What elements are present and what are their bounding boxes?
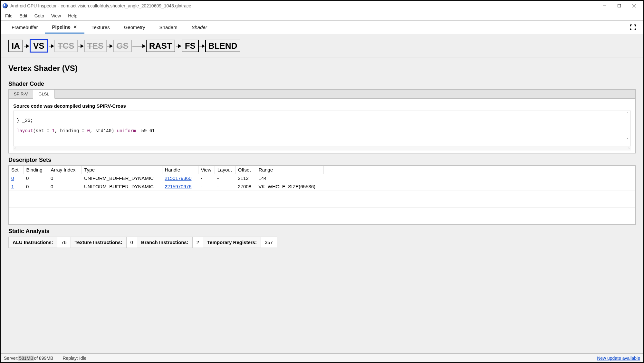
arrow-icon: [78, 46, 83, 46]
cell: UNIFORM_BUFFER_DYNAMIC: [82, 174, 162, 182]
server-label: Server:: [4, 356, 18, 361]
maximize-icon: [617, 4, 621, 8]
table-header-row: Set Binding Array Index Type Handle View…: [9, 166, 635, 174]
tab-label: Framebuffer: [12, 25, 38, 30]
code-token: uniform: [117, 128, 136, 133]
menubar: File Edit Goto View Help: [1, 11, 643, 21]
code-token: 1: [52, 128, 54, 133]
stat-value-temp: 357: [261, 237, 277, 248]
col-binding[interactable]: Binding: [24, 166, 48, 174]
table-row[interactable]: 1 0 0 UNIFORM_BUFFER_DYNAMIC 2215970976 …: [9, 182, 635, 191]
stat-label-branch: Branch Instructions:: [137, 237, 193, 248]
set-link[interactable]: 0: [11, 175, 14, 181]
minimize-button[interactable]: [597, 1, 612, 11]
code-token: (set =: [33, 128, 52, 133]
shader-code-heading: Shader Code: [8, 81, 636, 87]
app-icon: [3, 3, 8, 8]
close-icon: [632, 4, 636, 8]
cell: 0: [24, 174, 48, 182]
code-tab-glsl[interactable]: GLSL: [33, 90, 54, 99]
col-range[interactable]: Range: [256, 166, 323, 174]
descriptor-sets-heading: Descriptor Sets: [8, 157, 636, 163]
set-link[interactable]: 1: [11, 184, 14, 189]
cell: 27008: [235, 182, 256, 191]
handle-link[interactable]: 2150179360: [165, 175, 191, 181]
empty-row: [9, 199, 635, 208]
col-view[interactable]: View: [198, 166, 215, 174]
stage-rast[interactable]: RAST: [146, 40, 175, 52]
titlebar: Android GPU Inspector - com.activision.c…: [1, 1, 643, 11]
handle-link[interactable]: 2215970976: [165, 184, 191, 189]
expand-icon: [630, 25, 636, 30]
tab-label: Geometry: [124, 25, 145, 30]
arrow-icon: [49, 46, 54, 46]
cell: 0: [48, 182, 82, 191]
static-analysis-heading: Static Analysis: [8, 228, 636, 235]
tab-pipeline[interactable]: Pipeline ✕: [45, 22, 84, 34]
close-button[interactable]: [627, 1, 641, 11]
tab-close-icon[interactable]: ✕: [73, 24, 77, 30]
memory-used: 581MB: [18, 356, 34, 361]
window-title: Android GPU Inspector - com.activision.c…: [10, 3, 597, 8]
col-layout[interactable]: Layout: [215, 166, 235, 174]
arrow-icon: [107, 46, 112, 46]
stat-value-branch: 2: [193, 237, 203, 248]
stage-gs[interactable]: GS: [113, 40, 132, 52]
tab-framebuffer[interactable]: Framebuffer: [5, 22, 45, 33]
stage-fs[interactable]: FS: [182, 40, 199, 52]
stage-tcs[interactable]: TCS: [54, 40, 78, 52]
col-type[interactable]: Type: [82, 166, 162, 174]
app-window: Android GPU Inspector - com.activision.c…: [0, 0, 644, 363]
tab-label: Shader: [191, 25, 207, 30]
tab-label: Shaders: [159, 25, 178, 30]
stat-value-alu: 76: [57, 237, 71, 248]
tab-textures[interactable]: Textures: [84, 22, 117, 33]
empty-row: [9, 216, 635, 224]
arrow-icon: [199, 46, 205, 46]
cell: -: [215, 174, 235, 182]
table-row[interactable]: 0 0 0 UNIFORM_BUFFER_DYNAMIC 2150179360 …: [9, 174, 635, 182]
cell: -: [215, 182, 235, 191]
col-offset[interactable]: Offset: [235, 166, 256, 174]
stage-blend[interactable]: BLEND: [205, 40, 241, 52]
stage-vs[interactable]: VS: [30, 39, 48, 53]
code-token: 0: [87, 128, 90, 133]
code-box[interactable]: } _26; layout(set = 1, binding = 0, std1…: [13, 111, 631, 146]
cell: -: [198, 182, 215, 191]
code-tab-spirv[interactable]: SPIR-V: [9, 90, 33, 99]
memory-total: of 899MB: [34, 356, 53, 361]
arrow-icon: [24, 46, 29, 46]
menu-goto[interactable]: Goto: [31, 11, 47, 20]
menu-file[interactable]: File: [2, 11, 16, 20]
arrow-icon: [132, 46, 145, 46]
vertical-scrollbar[interactable]: ˄˅: [625, 112, 630, 141]
stage-ia[interactable]: IA: [8, 40, 23, 52]
cell: 144: [256, 174, 323, 182]
scroll-down-icon: ˅: [627, 137, 628, 141]
page-title: Vertex Shader (VS): [8, 64, 636, 73]
cell: -: [198, 174, 215, 182]
menu-help[interactable]: Help: [65, 11, 81, 20]
tab-shaders[interactable]: Shaders: [152, 22, 185, 33]
col-array-index[interactable]: Array Index: [48, 166, 82, 174]
empty-row: [9, 191, 635, 199]
stat-label-tex: Texture Instructions:: [71, 237, 127, 248]
menu-view[interactable]: View: [48, 11, 64, 20]
scroll-right-icon: ›: [629, 146, 630, 151]
tab-geometry[interactable]: Geometry: [117, 22, 152, 33]
maximize-button[interactable]: [612, 1, 627, 11]
tabbar: Framebuffer Pipeline ✕ Textures Geometry…: [1, 21, 643, 34]
horizontal-scrollbar[interactable]: ‹›: [13, 146, 631, 151]
stage-tes[interactable]: TES: [84, 40, 107, 52]
statusbar: Server: 581MB of 899MB Replay: Idle New …: [1, 353, 643, 362]
col-handle[interactable]: Handle: [162, 166, 198, 174]
tab-label: Textures: [91, 25, 110, 30]
col-set[interactable]: Set: [9, 166, 24, 174]
stat-label-alu: ALU Instructions:: [9, 237, 57, 248]
code-token: layout: [17, 128, 33, 133]
empty-row: [9, 208, 635, 216]
menu-edit[interactable]: Edit: [16, 11, 31, 20]
tab-shader[interactable]: Shader: [184, 22, 214, 33]
update-link[interactable]: New update available: [597, 356, 640, 361]
expand-button[interactable]: [629, 24, 637, 31]
